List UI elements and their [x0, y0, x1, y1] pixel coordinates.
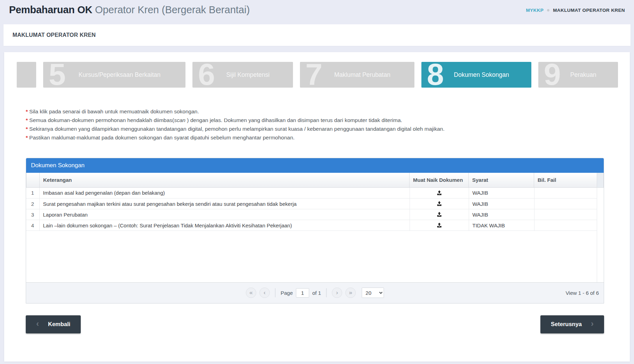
dokumen-sokongan-grid: Dokumen Sokongan Keterangan Muat Naik Do…	[26, 158, 604, 304]
first-page-button[interactable]: «	[246, 288, 256, 298]
step-8-dokumen-sokongan[interactable]: 8 Dokumen Sokongan	[421, 62, 531, 88]
upload-document-button[interactable]	[435, 200, 444, 207]
grid-pager: « ‹ Page of 1 › » 20 View 1 - 6 of 6	[26, 282, 604, 303]
note-text: Pastikan maklumat-maklumat pada dokumen …	[29, 135, 295, 140]
grid-title-bar: Dokumen Sokongan	[26, 158, 604, 173]
row-number: 4	[26, 220, 39, 231]
cell-syarat: TIDAK WAJIB	[469, 220, 534, 231]
grid-body: 1 Imbasan asal kad pengenalan (depan dan…	[26, 188, 604, 282]
required-asterisk: *	[26, 126, 28, 132]
column-header-rownum	[26, 173, 40, 187]
section-title-bar: MAKLUMAT OPERATOR KREN	[3, 24, 631, 46]
cell-bil-fail	[534, 220, 597, 231]
note-line: *Sila klik pada senarai di bawah untuk m…	[26, 108, 610, 115]
note-text: Semua dokuman-dokumen permohonan hendakl…	[29, 117, 174, 123]
page-size-select[interactable]: 20	[362, 288, 384, 298]
column-header-keterangan[interactable]: Keterangan	[40, 173, 410, 187]
pager-separator	[275, 288, 275, 297]
upload-icon	[437, 201, 442, 206]
required-asterisk: *	[26, 135, 28, 140]
cell-keterangan: Imbasan asal kad pengenalan (depan dan b…	[39, 188, 410, 199]
step-label: Perakuan	[538, 62, 618, 88]
column-header-filler	[597, 173, 604, 187]
step-label: Kursus/Peperiksaan Berkaitan	[43, 62, 185, 88]
next-page-button[interactable]: ›	[332, 288, 342, 298]
column-header-syarat[interactable]: Syarat	[469, 173, 534, 187]
step-label: Maklumat Perubatan	[300, 62, 414, 88]
row-number: 1	[26, 188, 39, 199]
prev-page-icon: ‹	[264, 290, 266, 296]
breadcrumb-current: MAKLUMAT OPERATOR KREN	[553, 8, 625, 13]
grid-scroll-gutter	[597, 188, 597, 282]
chevron-right-icon: ›	[591, 319, 594, 329]
page-number-input[interactable]	[296, 288, 309, 298]
page-of-label: of 1	[312, 290, 321, 296]
column-header-muat-naik[interactable]: Muat Naik Dokumen	[410, 173, 469, 187]
note-text: Sila klik pada senarai di bawah untuk me…	[29, 108, 199, 114]
last-page-icon: »	[349, 290, 352, 296]
step-7-perubatan[interactable]: 7 Maklumat Perubatan	[300, 62, 414, 88]
table-row: 2 Surat pengesahan majikan terkini atau …	[26, 199, 597, 209]
upload-document-button[interactable]	[435, 211, 444, 218]
table-row: 1 Imbasan asal kad pengenalan (depan dan…	[26, 188, 597, 199]
step-partial	[17, 62, 36, 88]
top-header: Pembaharuan OK Operator Kren (Bergerak B…	[0, 0, 634, 22]
wizard-stepper: 5 Kursus/Peperiksaan Berkaitan 6 Sijil K…	[17, 62, 618, 88]
row-number: 3	[26, 209, 39, 220]
pager-separator	[326, 288, 327, 297]
cell-bil-fail	[534, 188, 597, 199]
upload-icon	[437, 190, 442, 195]
column-header-bil-fail[interactable]: Bil. Fail	[534, 173, 597, 187]
note-text: ) dengan jelas. Dokumen yang dihasilkan …	[185, 117, 402, 123]
instruction-notes: *Sila klik pada senarai di bawah untuk m…	[26, 108, 610, 141]
first-page-icon: «	[249, 290, 253, 296]
next-page-icon: ›	[336, 290, 338, 296]
note-text-italic: scan	[174, 117, 185, 123]
breadcrumb-link-mykkp[interactable]: MYKKP	[526, 8, 544, 13]
note-text: Sekiranya dokumen yang dilampirkan mengg…	[29, 126, 444, 132]
table-row: 4 Lain –lain dokumen sokongan – (Contoh:…	[26, 220, 597, 231]
next-button[interactable]: Seterusnya ›	[540, 315, 604, 333]
note-line: *Semua dokuman-dokumen permohonan hendak…	[26, 116, 610, 124]
cell-bil-fail	[534, 199, 597, 209]
step-9-perakuan[interactable]: 9 Perakuan	[538, 62, 618, 88]
view-status: View 1 - 6 of 6	[565, 290, 599, 296]
page-title-secondary: Operator Kren (Bergerak Berantai)	[95, 4, 250, 15]
table-row: 3 Laporan Perubatan WAJIB	[26, 209, 597, 220]
cell-keterangan: Laporan Perubatan	[39, 209, 410, 220]
cell-syarat: WAJIB	[469, 209, 534, 220]
cell-syarat: WAJIB	[469, 188, 534, 199]
step-label: Dokumen Sokongan	[421, 62, 531, 88]
chevron-left-icon: ‹	[36, 319, 39, 329]
upload-icon	[437, 212, 442, 217]
required-asterisk: *	[26, 108, 28, 114]
cell-keterangan: Lain –lain dokumen sokongan – (Contoh: S…	[39, 220, 410, 231]
next-button-label: Seterusnya	[551, 321, 582, 327]
main-card: 5 Kursus/Peperiksaan Berkaitan 6 Sijil K…	[4, 52, 630, 362]
prev-page-button[interactable]: ‹	[259, 288, 270, 298]
back-button[interactable]: ‹ Kembali	[26, 315, 81, 333]
action-buttons-row: ‹ Kembali Seterusnya ›	[26, 315, 604, 333]
breadcrumb: MYKKP MAKLUMAT OPERATOR KREN	[526, 8, 625, 13]
upload-document-button[interactable]	[435, 189, 444, 196]
page-label: Page	[280, 290, 293, 296]
back-button-label: Kembali	[48, 321, 70, 327]
step-6-sijil[interactable]: 6 Sijil Kompetensi	[192, 62, 293, 88]
step-5-kursus[interactable]: 5 Kursus/Peperiksaan Berkaitan	[43, 62, 185, 88]
section-title: MAKLUMAT OPERATOR KREN	[13, 32, 96, 38]
note-line: *Sekiranya dokumen yang dilampirkan meng…	[26, 125, 610, 132]
required-asterisk: *	[26, 117, 28, 123]
cell-bil-fail	[534, 209, 597, 220]
cell-keterangan: Surat pengesahan majikan terkini atau su…	[39, 199, 410, 209]
step-label: Sijil Kompetensi	[192, 62, 293, 88]
cell-syarat: WAJIB	[469, 199, 534, 209]
note-line: *Pastikan maklumat-maklumat pada dokumen…	[26, 134, 610, 141]
upload-document-button[interactable]	[435, 222, 444, 228]
row-number: 2	[26, 199, 39, 209]
page-title-primary: Pembaharuan OK	[9, 4, 92, 15]
last-page-button[interactable]: »	[346, 288, 356, 298]
grid-header: Keterangan Muat Naik Dokumen Syarat Bil.…	[26, 173, 604, 188]
upload-icon	[437, 223, 442, 228]
page-title: Pembaharuan OK Operator Kren (Bergerak B…	[9, 4, 250, 16]
breadcrumb-separator-dot	[547, 9, 549, 11]
